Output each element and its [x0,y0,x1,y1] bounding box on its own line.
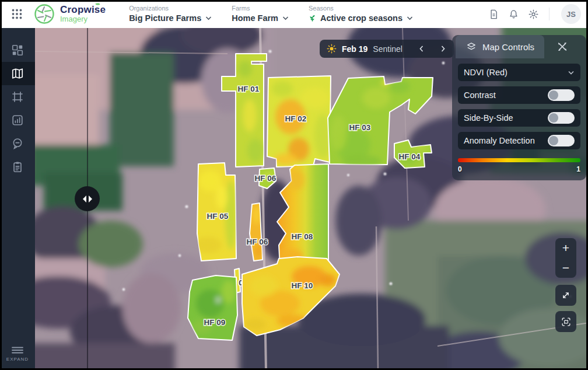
sidebar-item-map[interactable] [0,62,35,85]
sidebar-item-dashboard[interactable] [0,39,35,62]
season-value: Active crop seasons [320,13,402,23]
legend-max: 1 [576,165,580,173]
selected-date: Feb 19 [342,44,368,54]
expand-diagonal-icon [561,290,571,301]
fit-bounds-map-icon [561,316,572,327]
documents-icon[interactable] [484,9,503,20]
organization-value: Big Picture Farms [129,13,201,23]
arrow-left-icon [83,196,86,203]
arrow-right-icon [89,196,92,203]
sun-icon [327,44,337,54]
layer-select-value: NDVI (Red) [464,68,508,77]
sidebar-item-scouting[interactable] [0,132,35,155]
sidebar-item-field-boundaries[interactable] [0,85,35,109]
field-hf-09-9[interactable]: HF 09 [188,275,237,340]
toggle-row-anomaly-detection[interactable]: Anomaly Detection [458,132,580,149]
tab-tools[interactable] [544,35,580,58]
next-date-button[interactable] [435,40,452,58]
app-grid-icon[interactable] [0,9,34,19]
imagery-date-selector: Feb 19 Sentinel [320,40,454,58]
map-controls-title: Map Controls [482,42,534,52]
field-label: HF 01 [238,85,260,93]
toggle-switch[interactable] [548,89,575,101]
tools-icon [556,41,568,53]
sprout-icon [309,14,316,22]
organization-selector[interactable]: Organizations Big Picture Farms [129,5,212,23]
user-avatar[interactable]: JS [561,4,581,24]
map-controls-panel: Map Controls NDVI (Red) ContrastSide-By-… [452,35,586,180]
toggle-label: Contrast [464,90,496,100]
imagery-source: Sentinel [373,44,402,54]
field-label: HF 05 [207,212,229,221]
farm-selector[interactable]: Farms Home Farm [232,5,289,23]
settings-gear-icon[interactable] [523,9,543,20]
toggle-switch[interactable] [548,135,575,146]
farm-value: Home Farm [232,13,278,23]
sidebar-item-reports[interactable] [0,109,35,132]
chevron-down-icon [407,16,413,20]
header-divider [549,8,550,20]
chevron-down-icon [568,70,575,75]
zoom-in-button[interactable]: + [555,238,576,258]
field-label: HF 08 [292,232,313,241]
organization-label: Organizations [129,5,212,13]
fit-map-button[interactable] [555,311,576,332]
brand-logo: Cropwise Imagery [34,4,106,25]
layer-select-dropdown[interactable]: NDVI (Red) [458,64,580,81]
season-label: Seasons [309,5,413,13]
field-label: HF 04 [399,152,421,161]
zoom-control: + − [555,238,576,278]
farm-label: Farms [232,5,289,13]
map-canvas[interactable]: HF 01HF 02HF 03HF 04HF 05HF 06HF 06HF 08… [35,28,588,370]
field-hf-02-1[interactable]: HF 02 [267,76,332,167]
chevron-down-icon [282,16,289,20]
toggle-row-contrast[interactable]: Contrast [458,86,580,104]
field-label: HF 10 [292,281,313,290]
timeline-drawer-toggle[interactable] [75,186,100,211]
field-label: HF 02 [285,114,307,123]
field-label: HF 03 [349,123,371,132]
tab-map-controls[interactable]: Map Controls [456,35,544,58]
field-label: HF 09 [204,318,226,327]
ndvi-legend-gradient [458,158,580,162]
toggle-label: Anomaly Detection [464,136,535,145]
notifications-bell-icon[interactable] [503,9,523,20]
chevron-down-icon [205,16,212,20]
season-selector[interactable]: Seasons Active crop seasons [309,5,413,23]
previous-date-button[interactable] [414,40,430,58]
expand-label: EXPAND [6,357,29,362]
sidebar-item-notes[interactable] [0,155,35,179]
brand-subtitle: Imagery [60,15,106,23]
layers-icon [466,41,477,53]
top-header: Cropwise Imagery Organizations Big Pictu… [0,0,588,28]
sidebar-expand-button[interactable]: EXPAND [0,347,35,362]
field-label: HF 06 [247,238,268,246]
legend-min: 0 [458,165,462,173]
toggle-label: Side-By-Side [464,113,513,123]
cropwise-logo-icon [34,4,55,25]
field-label: HF 06 [255,174,276,183]
field-hf-05-4[interactable]: HF 05 [194,163,237,261]
brand-name: Cropwise [60,5,106,15]
left-sidebar: EXPAND [0,28,35,370]
zoom-out-button[interactable]: − [555,258,576,278]
toggle-switch[interactable] [548,112,575,124]
toggle-row-side-by-side[interactable]: Side-By-Side [458,109,580,127]
fullscreen-button[interactable] [555,285,576,306]
